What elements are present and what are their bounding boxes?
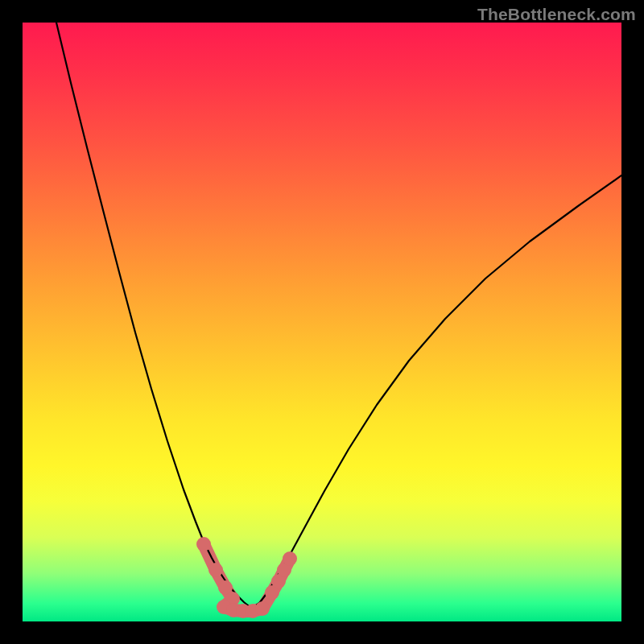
watermark-text: TheBottleneck.com bbox=[477, 5, 636, 24]
marker-markers-bottom bbox=[255, 601, 270, 616]
marker-markers-right bbox=[283, 551, 297, 566]
series-curve-right bbox=[252, 175, 621, 609]
chart-svg bbox=[23, 23, 621, 621]
outer-frame: TheBottleneck.com bbox=[0, 0, 644, 644]
marker-markers-left bbox=[196, 537, 211, 551]
series-curve-left bbox=[56, 23, 252, 609]
marker-markers-left bbox=[208, 563, 223, 577]
plot-area bbox=[23, 23, 621, 621]
